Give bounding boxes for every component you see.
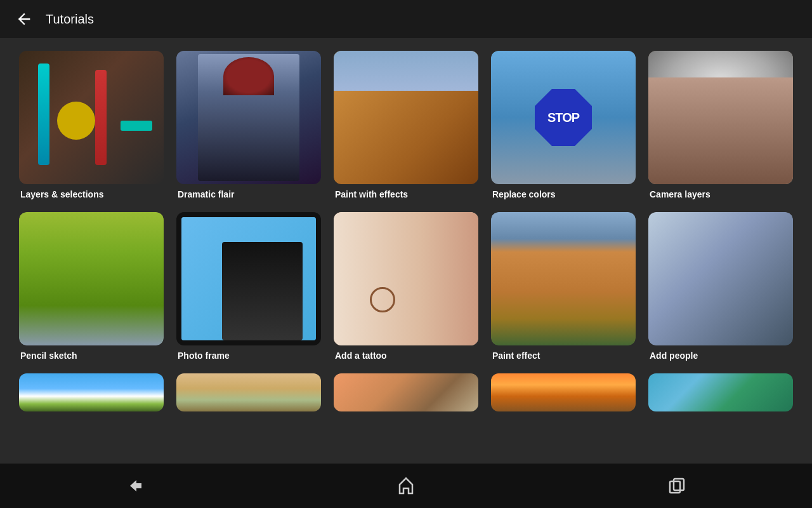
- tutorial-label-paint-effect: Paint effect: [491, 351, 636, 361]
- dramatic-person-shape: [198, 54, 299, 181]
- addpeople-inner-shape: [648, 212, 793, 345]
- paint-horse: [334, 91, 478, 184]
- svg-rect-0: [670, 481, 680, 493]
- system-back-button[interactable]: [119, 470, 151, 502]
- tutorial-thumb-photo-frame: [176, 212, 321, 345]
- camera-face-shape: [648, 77, 793, 184]
- tutorial-item-dramatic-flair[interactable]: Dramatic flair: [176, 51, 321, 199]
- partial-thumb-beach[interactable]: [334, 373, 478, 411]
- dramatic-hat-shape: [223, 57, 274, 95]
- tutorial-item-camera-layers[interactable]: Camera layers: [648, 51, 793, 199]
- layers-red-bar: [95, 70, 107, 165]
- system-recent-apps-button[interactable]: [661, 470, 693, 502]
- stop-sign-shape: STOP: [535, 89, 592, 146]
- tattoo-person-shape: [334, 212, 478, 345]
- partial-thumb-coastal[interactable]: [648, 373, 793, 411]
- tutorial-item-add-a-tattoo[interactable]: Add a tattoo: [334, 212, 478, 361]
- layers-teal-bar: [121, 121, 152, 131]
- page-title: Tutorials: [46, 12, 94, 27]
- tutorial-label-paint-with-effects: Paint with effects: [334, 189, 478, 199]
- partial-thumb-desert[interactable]: [176, 373, 321, 411]
- tutorial-item-replace-colors[interactable]: STOP Replace colors: [491, 51, 636, 199]
- tutorial-label-add-people: Add people: [648, 351, 793, 361]
- tutorial-thumb-pencil-sketch: [19, 212, 164, 345]
- tutorials-grid: Layers & selections Dramatic flair Paint…: [19, 51, 793, 361]
- tutorial-item-add-people[interactable]: Add people: [648, 212, 793, 361]
- tutorial-item-paint-with-effects[interactable]: Paint with effects: [334, 51, 478, 199]
- tutorial-label-dramatic-flair: Dramatic flair: [176, 189, 321, 199]
- system-home-button[interactable]: [390, 470, 422, 502]
- tutorial-thumb-paint-effect: [491, 212, 636, 345]
- bottom-navigation: [0, 464, 812, 508]
- tutorial-label-camera-layers: Camera layers: [648, 189, 793, 199]
- tutorial-label-add-a-tattoo: Add a tattoo: [334, 351, 478, 361]
- partial-thumb-sky[interactable]: [19, 373, 164, 411]
- tutorial-thumb-paint-with-effects: [334, 51, 478, 184]
- tutorial-thumb-layers-selections: [19, 51, 164, 184]
- tattoo-mark-shape: [370, 287, 395, 312]
- tutorial-thumb-dramatic-flair: [176, 51, 321, 184]
- tutorial-label-pencil-sketch: Pencil sketch: [19, 351, 164, 361]
- tutorial-thumb-camera-layers: [648, 51, 793, 184]
- tutorial-item-pencil-sketch[interactable]: Pencil sketch: [19, 212, 164, 361]
- tutorial-thumb-add-people: [648, 212, 793, 345]
- photoframe-person-shape: [222, 242, 303, 340]
- partial-thumb-sunset[interactable]: [491, 373, 636, 411]
- tutorial-label-replace-colors: Replace colors: [491, 189, 636, 199]
- tutorial-label-layers-selections: Layers & selections: [19, 189, 164, 199]
- pencil-flowers-shape: [19, 212, 164, 345]
- tutorial-item-layers-selections[interactable]: Layers & selections: [19, 51, 164, 199]
- tutorial-item-paint-effect[interactable]: Paint effect: [491, 212, 636, 361]
- tutorial-label-photo-frame: Photo frame: [176, 351, 321, 361]
- tutorial-thumb-add-a-tattoo: [334, 212, 478, 345]
- partial-row: [19, 373, 793, 411]
- back-button[interactable]: [13, 8, 36, 30]
- tutorial-item-photo-frame[interactable]: Photo frame: [176, 212, 321, 361]
- tutorial-thumb-replace-colors: STOP: [491, 51, 636, 184]
- svg-rect-1: [674, 479, 684, 490]
- tutorials-scroll-area[interactable]: Layers & selections Dramatic flair Paint…: [0, 38, 812, 464]
- painteffect-building-shape: [491, 212, 636, 345]
- app-header: Tutorials: [0, 0, 812, 38]
